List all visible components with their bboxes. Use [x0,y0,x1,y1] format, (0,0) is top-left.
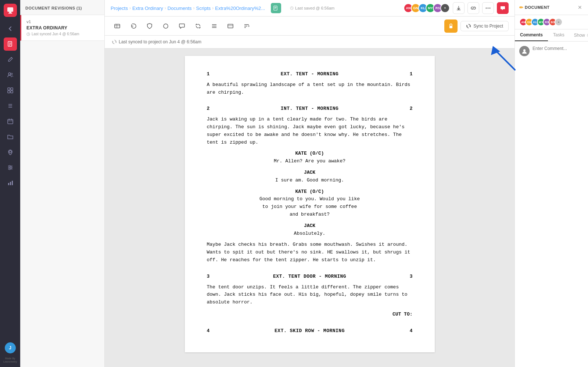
download-button[interactable] [453,2,465,14]
svg-rect-2 [8,13,12,14]
svg-point-7 [8,73,11,75]
list-icon[interactable] [4,99,17,112]
pencil-icon[interactable] [4,53,17,66]
svg-point-8 [11,73,12,75]
sliders-icon[interactable] [4,161,17,174]
panel-avatar-group: AN GN KL MY RS BS + [515,15,588,29]
svg-point-43 [164,24,168,28]
lock-button[interactable] [444,19,458,33]
revision-item[interactable]: v1 EXTRA ORDINARY Last synced Jun 4 @ 6:… [20,15,104,41]
breadcrumb-current: Extra%20Ordinary%2... [215,6,265,11]
more-button[interactable] [482,2,494,14]
svg-rect-29 [12,181,13,185]
toolbar: Sync to Project [105,17,514,36]
chart-icon[interactable] [4,176,17,190]
dialogue-2-char: JACK [207,169,413,177]
svg-rect-11 [8,91,10,93]
comment-tool-button[interactable] [175,19,189,33]
close-panel-button[interactable]: ✕ [576,4,584,11]
dialogue-4-line: Absolutely. [207,230,413,238]
revisions-header: Document Revisions (1) [20,0,104,15]
scene-1-header: 1 EXT. TENT - MORNING 1 [207,71,413,78]
scene-4-number: 4 [207,327,210,335]
right-panel-header: ✏ DOCUMENT ✕ [515,0,588,15]
sort-tool-button[interactable] [240,19,253,33]
undo-tool-button[interactable] [127,19,140,33]
breadcrumb: Projects › Extra Ordinary › Documents › … [111,6,265,11]
svg-rect-9 [8,88,10,90]
commenter-avatar [519,46,530,56]
location-icon[interactable] [4,145,17,159]
svg-point-39 [490,8,491,9]
dialogue-1-line: Mr. Allen? Are you awake? [207,158,413,165]
right-panel-title: ✏ DOCUMENT [519,5,550,10]
user-avatar[interactable]: J [5,342,16,353]
scene-3: 3 EXT. TENT DOOR - MORNING 3 The tent do… [207,273,413,319]
svg-point-37 [486,8,487,9]
circle-tool-button[interactable] [159,19,172,33]
chat-button[interactable] [497,2,509,14]
dialogue-3-char: KATE (O/C) [207,188,413,196]
scene-2-heading: INT. TENT - MORNING [281,105,339,113]
repeat-tool-button[interactable] [191,19,205,33]
scene-1-heading: EXT. TENT - MORNING [281,71,339,78]
svg-rect-1 [9,12,11,13]
dialogue-3-line: Good morning to you. Would you like to j… [207,195,413,218]
save-info: Last saved @ 6:56am [290,6,334,10]
panel-avatar-more: + [555,18,563,26]
scene-4: 4 EXT. SKID ROW - MORNING 4 [207,327,413,335]
back-arrow-icon[interactable] [4,22,17,35]
dialogue-2: JACK I sure am. Good morning. [207,169,413,184]
show-toggle[interactable]: Show [570,30,588,41]
link-button[interactable] [467,2,479,14]
sync-notice: Last synced to project on Jun 4 @ 6:56am [105,36,514,48]
board-icon[interactable] [4,84,17,97]
comment-input[interactable] [533,46,588,51]
tab-comments[interactable]: Comments [515,29,548,41]
tab-tasks[interactable]: Tasks [548,29,570,41]
scene-2-number-right: 2 [410,105,413,113]
calendar-icon[interactable] [4,115,17,128]
topbar: Projects › Extra Ordinary › Documents › … [105,0,514,17]
topbar-avatar-more: + [440,3,450,13]
svg-rect-10 [11,88,13,90]
scene-tool-button[interactable] [111,19,124,33]
breadcrumb-projects[interactable]: Projects [111,6,128,11]
breadcrumb-scripts[interactable]: Scripts [196,6,211,11]
scene-2-header: 2 INT. TENT - MORNING 2 [207,105,413,113]
document-active-icon[interactable] [4,37,17,51]
breadcrumb-documents[interactable]: Documents [168,6,192,11]
sync-to-project-button[interactable]: Sync to Project [460,21,509,31]
scene-1-number: 1 [207,71,210,78]
people-icon[interactable] [4,68,17,82]
script-wrapper: Last synced to project on Jun 4 @ 6:56am… [105,36,514,367]
breadcrumb-sep-2: › [165,6,166,11]
revisions-panel: Document Revisions (1) v1 EXTRA ORDINARY… [20,0,105,367]
scene-3-number: 3 [207,273,210,281]
svg-rect-31 [274,6,277,10]
app-logo[interactable] [4,4,17,17]
right-panel: ✏ DOCUMENT ✕ AN GN KL MY RS BS + Comment… [514,0,588,367]
svg-point-25 [10,167,12,168]
breadcrumb-sep-3: › [193,6,195,11]
scene-1-number-right: 1 [410,71,413,78]
scene-3-heading: EXT. TENT DOOR - MORNING [273,273,346,281]
scene-2: 2 INT. TENT - MORNING 2 Jack is waking u… [207,105,413,264]
svg-point-26 [9,168,10,170]
made-by-label: Made By Leanometry [3,357,17,363]
revision-meta: Last synced Jun 4 @ 6:56am [26,32,99,36]
breadcrumb-sep-1: › [129,6,131,11]
scene-3-number-right: 3 [410,273,413,281]
scene-1: 1 EXT. TENT - MORNING 1 A beautiful spra… [207,71,413,96]
topbar-right: AN GN KL MY RS + [404,2,509,14]
shield-tool-button[interactable] [143,19,156,33]
scene-4-number-right: 4 [410,327,413,335]
panel-tool-button[interactable] [224,19,237,33]
svg-rect-12 [11,91,13,93]
revision-title: EXTRA ORDINARY [26,25,99,30]
dialogue-4: JACK Absolutely. [207,222,413,238]
align-tool-button[interactable] [208,19,221,33]
svg-rect-0 [7,7,13,12]
folder-icon[interactable] [4,130,17,143]
breadcrumb-extra-ordinary[interactable]: Extra Ordinary [132,6,163,11]
